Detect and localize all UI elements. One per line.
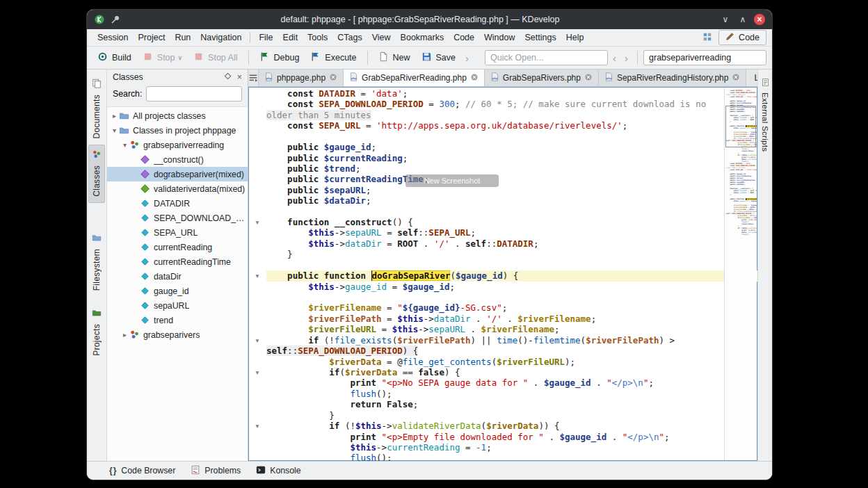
tree-item-currentreading[interactable]: currentReading	[107, 240, 248, 254]
code-line[interactable]: $this->sepaURL = self::SEPA_URL;	[248, 227, 757, 238]
code-line[interactable]: return False;	[248, 399, 757, 409]
area-grid-icon[interactable]	[702, 32, 712, 44]
fold-marker-icon[interactable]: ▾	[248, 270, 266, 281]
build-button[interactable]: Build	[93, 49, 136, 67]
menu-ctags[interactable]: CTags	[332, 31, 367, 44]
code-line[interactable]: flush();	[248, 453, 757, 461]
tree-item-construct[interactable]: __construct()	[107, 152, 248, 167]
tree-item-classes-in-project-phppage[interactable]: ▾Classes in project phppage	[107, 123, 248, 138]
menu-tools[interactable]: Tools	[303, 31, 332, 44]
tree-item-sepa-download-period[interactable]: SEPA_DOWNLOAD_PERIOD	[107, 211, 248, 225]
fold-marker-icon[interactable]: ▾	[248, 421, 266, 431]
tab-close-icon[interactable]	[732, 73, 740, 83]
code-line[interactable]: ▾ function __construct() {	[248, 217, 757, 227]
save-menu-chevron-icon[interactable]: ›	[462, 53, 472, 63]
menu-file[interactable]: File	[254, 31, 278, 44]
quick-open-input[interactable]	[485, 50, 608, 65]
maximize-icon[interactable]: ∧	[737, 13, 749, 26]
menu-code[interactable]: Code	[449, 31, 479, 44]
code-line[interactable]	[248, 292, 757, 302]
code-line[interactable]: self::SEPA_DOWNLOAD_PERIOD) {	[248, 345, 757, 356]
fold-marker-icon[interactable]: ▾	[248, 367, 266, 377]
problems-button[interactable]: Problems	[185, 463, 246, 479]
pin-icon[interactable]	[110, 14, 121, 25]
minimap[interactable]: const DATADIR = 'data'; const SEPA_DOWNL…	[724, 88, 757, 460]
menu-navigation[interactable]: Navigation	[195, 31, 246, 44]
code-browser-button[interactable]: {} Code Browser	[104, 464, 181, 478]
new-button[interactable]: New	[373, 49, 415, 67]
tree-item-trend[interactable]: trend	[107, 313, 248, 327]
code-line[interactable]: $riverFilename = "${gauge_id}-SG.csv";	[248, 302, 757, 313]
code-line[interactable]: $this->gauge_id = $gauge_id;	[248, 282, 757, 292]
editor-tab-separiverreadinghistory-php[interactable]: phpSepaRiverReadingHistory.php	[599, 70, 747, 86]
menu-bookmarks[interactable]: Bookmarks	[396, 31, 449, 44]
dock-tab-filesystem[interactable]: Filesystem	[88, 228, 105, 297]
code-line[interactable]: $riverData = @file_get_contents($riverFi…	[248, 357, 757, 367]
dock-tab-external-scripts[interactable]: External Scripts	[761, 78, 770, 152]
nav-back-icon[interactable]: ‹	[609, 53, 620, 63]
tree-item-grabsepariverreading[interactable]: ▾grabsepariverreading	[107, 138, 248, 152]
code-line[interactable]: $riverFileURL = $this->sepaURL . $riverF…	[248, 324, 757, 334]
tree-item-sepa-url[interactable]: SEPA_URL	[107, 225, 248, 240]
code-line[interactable]: public $gauge_id;	[248, 142, 757, 152]
expander-open-icon[interactable]: ▾	[120, 141, 129, 149]
code-line[interactable]	[248, 131, 757, 142]
dock-tab-documents[interactable]: Documents	[88, 74, 105, 145]
tree-item-gauge-id[interactable]: gauge_id	[107, 284, 248, 298]
code-area-button[interactable]: Code	[718, 30, 766, 45]
tree-item-grabseparivers[interactable]: ▸grabseparivers	[107, 327, 248, 342]
code-line[interactable]: ▾ if (!file_exists($riverFilePath) || ti…	[248, 335, 757, 345]
debug-button[interactable]: Debug	[255, 49, 305, 67]
code-line[interactable]: $this->currentReading = -1;	[248, 442, 757, 453]
code-line[interactable]: const DATADIR = 'data';	[248, 88, 757, 99]
save-button[interactable]: Save	[417, 49, 461, 67]
menu-project[interactable]: Project	[133, 31, 170, 44]
code-line[interactable]: ▾ if($riverData == false) {	[248, 367, 757, 377]
editor[interactable]: const DATADIR = 'data'; const SEPA_DOWNL…	[248, 87, 757, 461]
code-line[interactable]	[248, 206, 757, 217]
menu-view[interactable]: View	[367, 31, 396, 44]
tree-item-dograbsepariver-mixed[interactable]: dograbsepariver(mixed)	[107, 167, 248, 181]
code-line[interactable]: public $sepaURL;	[248, 185, 757, 195]
code-line[interactable]: const SEPA_DOWNLOAD_PERIOD = 300; // 60 …	[248, 99, 757, 109]
tree-item-sepaurl[interactable]: sepaURL	[107, 298, 248, 313]
code-line[interactable]: public $currentReading;	[248, 153, 757, 163]
code-line[interactable]: older than 5 minutes	[248, 110, 757, 120]
code-line[interactable]: flush();	[248, 389, 757, 399]
menu-settings[interactable]: Settings	[520, 31, 561, 44]
tab-close-icon[interactable]	[584, 73, 593, 83]
stop-all-button[interactable]: Stop All	[188, 49, 242, 67]
titlebar[interactable]: default: phppage - [ phppage:GrabSepaRiv…	[87, 10, 772, 29]
minimap-viewport[interactable]	[725, 106, 756, 147]
fold-marker-icon[interactable]: ▾	[248, 335, 266, 345]
search-next-icon[interactable]: ›	[768, 53, 772, 63]
code-line[interactable]: public $trend;	[248, 163, 757, 174]
tree-item-currentreadingtime[interactable]: currentReadingTime	[107, 254, 248, 269]
dock-tab-classes[interactable]: Classes	[88, 145, 105, 203]
tree-item-datadir[interactable]: dataDir	[107, 269, 248, 284]
menu-run[interactable]: Run	[170, 31, 195, 44]
menu-help[interactable]: Help	[561, 31, 589, 44]
tab-close-icon[interactable]	[329, 73, 337, 83]
editor-tab-grabseparivers-php[interactable]: phpGrabSepaRivers.php	[485, 70, 599, 86]
dock-tab-projects[interactable]: Projects	[88, 303, 105, 362]
code-line[interactable]: print "<p>No SEPA gauge data for " . $ga…	[248, 377, 757, 388]
close-panel-icon[interactable]: ×	[237, 72, 242, 82]
editor-tab-phppage-php[interactable]: phpphppage.php	[259, 70, 344, 86]
document-list-icon[interactable]	[248, 70, 259, 86]
tree-item-datadir[interactable]: DATADIR	[107, 196, 248, 211]
tab-close-icon[interactable]	[470, 73, 479, 83]
code-view[interactable]: const DATADIR = 'data'; const SEPA_DOWNL…	[248, 87, 757, 461]
tree-item-validateriverdata-mixed[interactable]: validateriverdata(mixed)	[107, 181, 248, 196]
menu-session[interactable]: Session	[93, 31, 133, 44]
expander-closed-icon[interactable]: ▸	[110, 112, 119, 120]
code-line[interactable]: $this->dataDir = ROOT . '/' . self::DATA…	[248, 238, 757, 249]
expander-closed-icon[interactable]: ▸	[120, 331, 129, 339]
code-line[interactable]: ▾ public function doGrabSepaRiver($gauge…	[248, 270, 757, 281]
konsole-button[interactable]: Konsole	[250, 463, 306, 479]
float-panel-icon[interactable]	[224, 72, 232, 82]
code-line[interactable]: public $dataDir;	[248, 195, 757, 206]
nav-forward-icon[interactable]: ›	[621, 53, 632, 63]
search-input[interactable]	[643, 50, 766, 65]
code-line[interactable]: }	[248, 410, 757, 421]
